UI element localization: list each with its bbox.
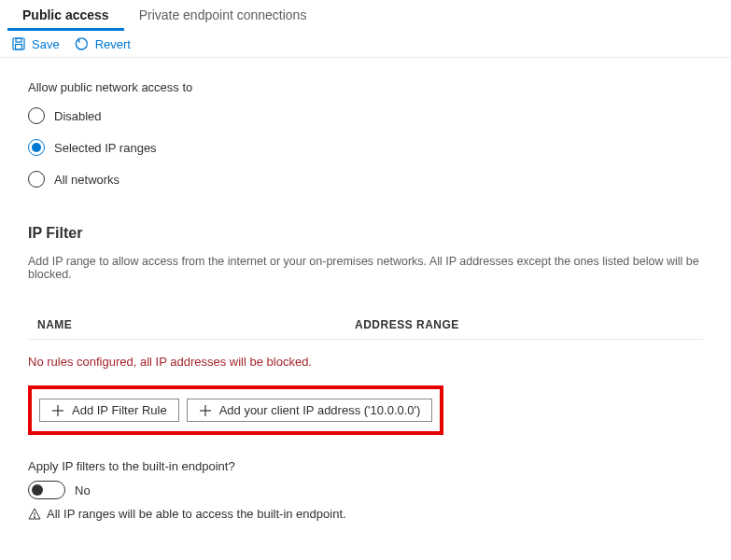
tab-bar: Public access Private endpoint connectio…: [0, 0, 731, 31]
save-button[interactable]: Save: [11, 36, 60, 51]
revert-button[interactable]: Revert: [75, 36, 131, 51]
button-label: Add your client IP address ('10.0.0.0'): [219, 403, 421, 417]
plus-icon: [199, 404, 212, 417]
access-label: Allow public network access to: [28, 80, 703, 94]
column-name: NAME: [37, 318, 355, 331]
apply-filters-label: Apply IP filters to the built-in endpoin…: [28, 459, 703, 473]
svg-rect-2: [16, 45, 22, 50]
tab-public-access[interactable]: Public access: [7, 0, 124, 31]
radio-icon: [28, 107, 45, 124]
button-label: Add IP Filter Rule: [72, 403, 167, 417]
revert-label: Revert: [95, 37, 131, 51]
info-text: All IP ranges will be able to access the…: [47, 507, 346, 521]
revert-icon: [75, 36, 90, 51]
radio-disabled[interactable]: Disabled: [28, 107, 703, 124]
content-area: Allow public network access to Disabled …: [0, 58, 731, 543]
tab-private-endpoint[interactable]: Private endpoint connections: [124, 0, 322, 31]
radio-label: All networks: [54, 173, 119, 187]
plus-icon: [51, 404, 64, 417]
add-ip-filter-rule-button[interactable]: Add IP Filter Rule: [39, 399, 179, 422]
apply-filters-info: All IP ranges will be able to access the…: [28, 507, 703, 521]
apply-filters-toggle[interactable]: [28, 481, 65, 499]
ip-filter-heading: IP Filter: [28, 225, 703, 242]
add-client-ip-button[interactable]: Add your client IP address ('10.0.0.0'): [187, 399, 433, 422]
warning-icon: [28, 508, 41, 521]
toggle-knob: [32, 484, 43, 496]
table-header: NAME ADDRESS RANGE: [28, 315, 703, 340]
svg-point-8: [34, 516, 35, 517]
access-radio-group: Disabled Selected IP ranges All networks: [28, 107, 703, 188]
apply-filters-toggle-row: No: [28, 481, 703, 499]
radio-icon: [28, 139, 45, 156]
toggle-value: No: [75, 483, 91, 497]
toolbar: Save Revert: [0, 31, 731, 58]
radio-selected-ip[interactable]: Selected IP ranges: [28, 139, 703, 156]
radio-label: Selected IP ranges: [54, 141, 157, 155]
save-label: Save: [32, 37, 60, 51]
svg-rect-1: [16, 38, 21, 42]
highlighted-actions: Add IP Filter Rule Add your client IP ad…: [28, 385, 443, 435]
radio-icon: [28, 171, 45, 188]
radio-label: Disabled: [54, 109, 102, 123]
ip-filter-description: Add IP range to allow access from the in…: [28, 255, 703, 281]
column-address-range: ADDRESS RANGE: [355, 318, 459, 331]
save-icon: [11, 36, 26, 51]
radio-all-networks[interactable]: All networks: [28, 171, 703, 188]
empty-rules-warning: No rules configured, all IP addresses wi…: [28, 355, 703, 369]
